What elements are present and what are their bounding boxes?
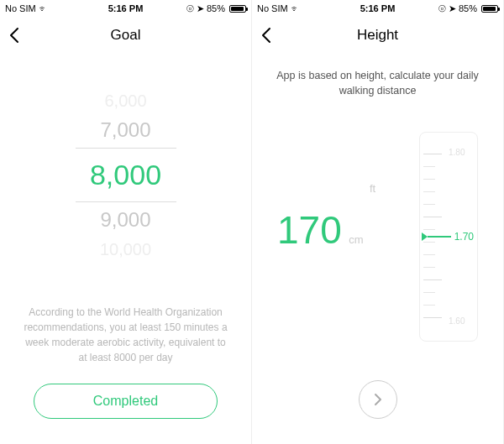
height-value: 170 bbox=[277, 207, 342, 253]
goal-picker[interactable]: 6,000 7,000 8,000 9,000 10,000 bbox=[0, 87, 251, 263]
location-icon: ➤ bbox=[197, 3, 204, 14]
wifi-icon: ᯤ bbox=[39, 3, 48, 13]
ruler-top-label: 1.80 bbox=[449, 148, 465, 157]
sim-status: No SIM bbox=[257, 3, 288, 13]
alarm-icon: ⦾ bbox=[186, 3, 194, 14]
pointer-arrow-icon bbox=[422, 232, 428, 241]
goal-screen: No SIM ᯤ 5:16 PM ⦾ ➤ 85% Goal 6,000 7,00… bbox=[0, 0, 252, 444]
height-screen: No SIM ᯤ 5:16 PM ⦾ ➤ 85% Height App is b… bbox=[252, 0, 504, 444]
picker-selected[interactable]: 8,000 bbox=[76, 148, 176, 201]
back-button[interactable] bbox=[260, 27, 272, 44]
picker-option[interactable]: 10,000 bbox=[100, 236, 151, 263]
battery-percent: 85% bbox=[207, 3, 225, 13]
pointer-line bbox=[428, 236, 451, 238]
next-button[interactable] bbox=[359, 380, 397, 419]
goal-description: According to the World Health Organizati… bbox=[0, 305, 251, 365]
picker-option[interactable]: 9,000 bbox=[100, 204, 150, 236]
page-title: Height bbox=[357, 27, 398, 44]
picker-option[interactable]: 6,000 bbox=[104, 87, 146, 114]
clock: 5:16 PM bbox=[86, 3, 166, 13]
height-body: ft 170 cm 1.80 1.60 bbox=[252, 132, 503, 342]
ruler-current-value: 1.70 bbox=[454, 231, 474, 243]
ruler-bottom-label: 1.60 bbox=[449, 316, 465, 326]
unit-cm-label[interactable]: cm bbox=[349, 233, 363, 246]
location-icon: ➤ bbox=[449, 3, 456, 14]
height-value-block: ft 170 cm bbox=[277, 207, 364, 253]
status-bar: No SIM ᯤ 5:16 PM ⦾ ➤ 85% bbox=[0, 0, 251, 17]
alarm-icon: ⦾ bbox=[438, 3, 446, 14]
battery-percent: 85% bbox=[459, 3, 477, 13]
clock: 5:16 PM bbox=[338, 3, 418, 13]
battery-icon bbox=[481, 5, 498, 13]
unit-ft-label[interactable]: ft bbox=[370, 182, 375, 195]
completed-button[interactable]: Completed bbox=[34, 384, 218, 419]
back-button[interactable] bbox=[8, 27, 20, 44]
nav-bar: Height bbox=[252, 17, 503, 54]
page-title: Goal bbox=[111, 27, 141, 44]
height-ruler[interactable]: 1.80 1.60 1.70 bbox=[419, 132, 478, 342]
sim-status: No SIM bbox=[5, 3, 36, 13]
height-description: App is based on height, calculate your d… bbox=[252, 69, 503, 98]
wifi-icon: ᯤ bbox=[291, 3, 300, 13]
status-bar: No SIM ᯤ 5:16 PM ⦾ ➤ 85% bbox=[252, 0, 503, 17]
picker-option[interactable]: 7,000 bbox=[100, 114, 150, 146]
ruler-pointer[interactable]: 1.70 bbox=[422, 231, 474, 243]
nav-bar: Goal bbox=[0, 17, 251, 54]
battery-icon bbox=[229, 5, 246, 13]
chevron-right-icon bbox=[370, 392, 386, 407]
